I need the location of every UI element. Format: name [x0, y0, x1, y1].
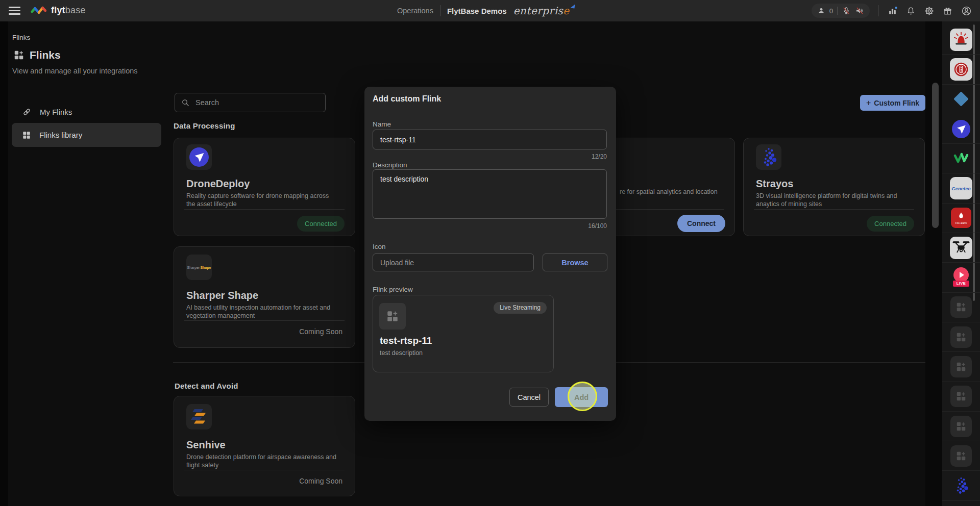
- card-description: AI based utility inspection automation f…: [186, 303, 339, 320]
- sidebar-item-label: My Flinks: [40, 108, 72, 116]
- name-field[interactable]: [373, 130, 607, 149]
- preview-title: test-rtsp-11: [380, 335, 432, 346]
- app-icon-green-logo[interactable]: [942, 144, 980, 173]
- status-text: Coming Soon: [299, 477, 342, 485]
- preview-description: test description: [380, 349, 423, 357]
- card-description-fragment: re for spatial analytics and location: [620, 188, 718, 195]
- grid-plus-icon: [386, 310, 399, 323]
- status-text: Coming Soon: [299, 327, 342, 336]
- app-icon-live-stream[interactable]: LIVE: [942, 263, 980, 292]
- page-title-row: Flinks: [13, 49, 61, 61]
- sidebar-item-flinks-library[interactable]: Flinks library: [12, 123, 161, 147]
- nav-separator: [878, 5, 879, 16]
- app-icon-siren[interactable]: [942, 25, 980, 55]
- sidebar-item-my-flinks[interactable]: My Flinks: [12, 100, 161, 124]
- section-heading-data-processing: Data Processing: [174, 121, 235, 130]
- plan-badge: enterprise: [513, 5, 575, 17]
- custom-flink-button[interactable]: + Custom Flink: [860, 95, 925, 111]
- app-icon-drone[interactable]: [942, 233, 980, 263]
- plus-icon: +: [866, 98, 871, 108]
- activity-stats-icon[interactable]: [888, 6, 897, 16]
- grid-plus-icon: [955, 301, 967, 313]
- card-senhive[interactable]: Senhive Drone detection platform for air…: [174, 396, 355, 496]
- app-icon-custom-placeholder[interactable]: [942, 293, 980, 322]
- card-title: DroneDeploy: [186, 178, 250, 190]
- senhive-s-icon: [189, 407, 209, 427]
- card-dronedeploy[interactable]: DroneDeploy Reality capture software for…: [174, 138, 355, 236]
- strayos-dots-icon: [952, 476, 970, 495]
- session-status-pill[interactable]: 0: [812, 4, 870, 18]
- quadcopter-icon: [951, 238, 971, 258]
- connect-button[interactable]: Connect: [677, 215, 725, 232]
- app-icon-custom-placeholder[interactable]: [942, 382, 980, 412]
- top-navbar: flytbase Operations FlytBase Demos enter…: [0, 0, 980, 21]
- brand-logo[interactable]: flytbase: [31, 4, 86, 16]
- app-icon-traffic-control[interactable]: [942, 55, 980, 84]
- speaker-off-icon[interactable]: [855, 6, 864, 15]
- app-icon-custom-placeholder[interactable]: [942, 352, 980, 382]
- card-title: Senhive: [186, 439, 226, 451]
- page-subtitle: View and manage all your integrations: [12, 67, 138, 75]
- grid-icon: [22, 131, 31, 140]
- cancel-button[interactable]: Cancel: [509, 388, 549, 407]
- main-scrollbar-thumb[interactable]: [932, 83, 939, 228]
- name-char-counter: 12/20: [592, 153, 607, 160]
- mic-off-icon[interactable]: [842, 6, 851, 15]
- add-button[interactable]: Add: [555, 387, 608, 407]
- live-label: LIVE: [953, 281, 969, 287]
- org-name[interactable]: FlytBase Demos: [447, 7, 507, 15]
- green-zigzag-icon: [951, 148, 971, 169]
- plan-arrow-icon: [570, 4, 575, 9]
- grid-plus-icon: [955, 332, 967, 343]
- dronedeploy-arrow-icon: [954, 122, 968, 136]
- description-field[interactable]: test description: [373, 169, 607, 219]
- dronedeploy-arrow-icon: [191, 149, 207, 165]
- app-icon-custom-placeholder[interactable]: [942, 441, 980, 471]
- search-input[interactable]: [195, 98, 319, 107]
- browse-button[interactable]: Browse: [543, 254, 607, 271]
- card-title: Sharper Shape: [186, 290, 258, 301]
- app-icon-dronedeploy[interactable]: [942, 114, 980, 144]
- link-icon: [22, 107, 32, 117]
- search-box: [175, 93, 326, 112]
- app-icon-strayos[interactable]: [942, 471, 980, 500]
- card-description: Reality capture software for drone mappi…: [186, 192, 339, 208]
- sharper-shape-logo: SharperShape: [186, 255, 212, 280]
- brand-name: flytbase: [51, 5, 86, 16]
- grid-plus-icon: [955, 450, 967, 462]
- app-icon-diamond[interactable]: [942, 85, 980, 114]
- profile-avatar-icon[interactable]: [961, 6, 972, 16]
- viewer-count: 0: [829, 7, 833, 15]
- notifications-bell-icon[interactable]: [906, 6, 916, 16]
- card-description: 3D visual intelligence platform for digi…: [756, 192, 909, 208]
- card-strayos[interactable]: Strayos 3D visual intelligence platform …: [743, 138, 925, 236]
- whats-new-gift-icon[interactable]: [943, 6, 952, 16]
- preview-placeholder-icon: [379, 303, 406, 330]
- settings-gear-icon[interactable]: [924, 6, 934, 16]
- upload-file-field[interactable]: [373, 254, 534, 271]
- grid-plus-icon: [955, 391, 967, 402]
- modal-title: Add custom Flink: [373, 94, 441, 104]
- card-sharper-shape[interactable]: SharperShape Sharper Shape AI based util…: [174, 246, 355, 348]
- left-edge: [0, 21, 8, 506]
- flink-preview-label: Flink preview: [373, 286, 413, 293]
- status-badge: Connected: [297, 216, 345, 232]
- strayos-logo: [756, 144, 781, 170]
- fire-alarm-label: Fire alarm: [955, 221, 967, 224]
- genetec-logo-text: Genetec: [951, 186, 971, 191]
- card-description: Drone detection platform for airspace aw…: [186, 453, 339, 469]
- page-title: Flinks: [30, 49, 61, 61]
- app-icon-custom-placeholder[interactable]: [942, 412, 980, 441]
- blue-diamond-icon: [950, 88, 972, 110]
- nav-context-label[interactable]: Operations: [397, 7, 433, 15]
- flink-preview-card: Live Streaming test-rtsp-11 test descrip…: [373, 295, 554, 372]
- app-icon-genetec[interactable]: Genetec: [942, 173, 980, 203]
- breadcrumb[interactable]: Flinks: [12, 34, 30, 41]
- app-icon-fire-alarm[interactable]: Fire alarm: [942, 204, 980, 233]
- app-root: flytbase Operations FlytBase Demos enter…: [0, 0, 980, 506]
- menu-icon[interactable]: [9, 7, 20, 15]
- description-char-counter: 16/100: [588, 222, 607, 230]
- flame-icon: [957, 212, 966, 221]
- app-icon-custom-placeholder[interactable]: [942, 322, 980, 352]
- search-icon: [181, 98, 190, 107]
